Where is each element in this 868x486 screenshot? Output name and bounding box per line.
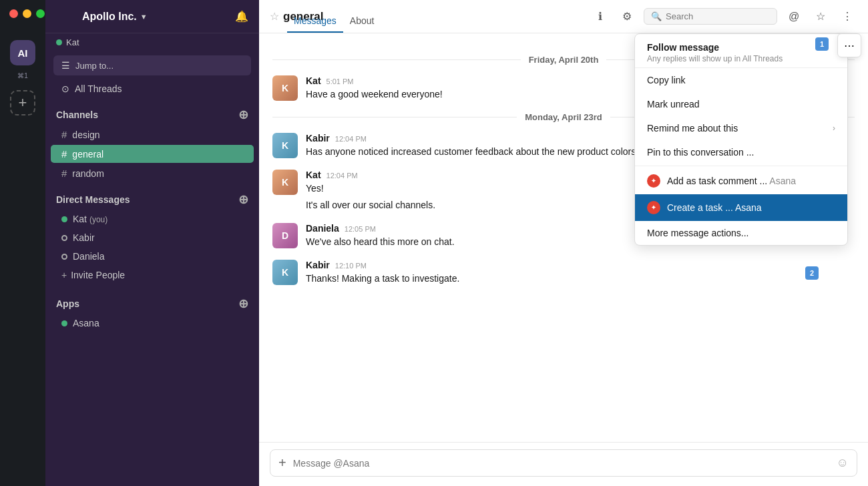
sidebar-item-random[interactable]: # random bbox=[51, 164, 254, 182]
channels-section-header: Channels ⊕ bbox=[45, 98, 259, 125]
add-app-icon[interactable]: ⊕ bbox=[238, 296, 248, 311]
message-row: K Kabir 12:10 PM Thanks! Making a task t… bbox=[272, 260, 855, 286]
search-icon: 🔍 bbox=[651, 11, 662, 21]
avatar-kat: K bbox=[272, 75, 298, 101]
info-button[interactable]: ℹ bbox=[590, 7, 610, 27]
sidebar-dm-kabir[interactable]: Kabir bbox=[51, 229, 254, 246]
tab-messages[interactable]: Messages bbox=[287, 15, 343, 33]
asana-icon: ✦ bbox=[647, 201, 660, 214]
avatar-inner: D bbox=[272, 223, 298, 248]
date-label-monday: Monday, April 23rd bbox=[525, 112, 602, 122]
header-tabs: Messages About bbox=[287, 15, 381, 33]
follow-message-title: Follow message bbox=[647, 42, 835, 53]
date-label-friday: Friday, April 20th bbox=[529, 55, 599, 65]
add-task-icon-group: ✦ Add as task comment ... Asana bbox=[647, 174, 796, 188]
message-time: 12:05 PM bbox=[345, 225, 376, 233]
search-box[interactable]: 🔍 bbox=[644, 8, 777, 25]
sidebar-dm-kat[interactable]: Kat (you) bbox=[51, 210, 254, 228]
plus-icon: + bbox=[61, 270, 67, 280]
message-input[interactable] bbox=[293, 458, 830, 469]
sidebar-item-all-threads[interactable]: ⊙ All Threads bbox=[51, 80, 254, 97]
add-dm-icon[interactable]: ⊕ bbox=[238, 192, 248, 207]
sidebar-item-general[interactable]: # general bbox=[51, 145, 254, 163]
context-divider bbox=[635, 166, 847, 166]
sidebar-dm-daniela[interactable]: Daniela bbox=[51, 248, 254, 265]
context-create-task[interactable]: ✦ Create a task ... Asana bbox=[635, 194, 847, 221]
add-workspace-button[interactable]: + bbox=[10, 90, 35, 115]
user-status-dot bbox=[56, 39, 62, 45]
message-author: Daniela bbox=[306, 223, 339, 234]
avatar-kabir: K bbox=[272, 133, 298, 158]
workspace-name[interactable]: Apollo Inc. ▼ bbox=[82, 11, 148, 23]
follow-message-subtitle: Any replies will show up in All Threads bbox=[647, 54, 835, 63]
message-time: 12:04 PM bbox=[327, 172, 358, 180]
workspace-avatar[interactable]: AI bbox=[10, 40, 35, 65]
tab-about[interactable]: About bbox=[343, 15, 381, 33]
divider-line bbox=[272, 117, 517, 117]
star-button[interactable]: ☆ bbox=[811, 7, 831, 27]
message-author: Kat bbox=[306, 75, 321, 86]
more-options-floating-button[interactable]: ⋯ bbox=[837, 33, 861, 57]
emoji-button[interactable]: ☺ bbox=[837, 456, 849, 470]
message-author: Kabir bbox=[306, 260, 330, 270]
context-menu: Follow message Any replies will show up … bbox=[634, 33, 848, 246]
sidebar-header: Apollo Inc. ▼ 🔔 bbox=[45, 0, 259, 33]
message-attach-button[interactable]: + bbox=[278, 455, 286, 471]
settings-button[interactable]: ⚙ bbox=[617, 7, 637, 27]
more-options-button[interactable]: ⋮ bbox=[837, 7, 857, 27]
header-actions: ℹ ⚙ 🔍 @ ☆ ⋮ bbox=[590, 7, 857, 27]
hash-icon: # bbox=[61, 168, 67, 179]
asana-icon: ✦ bbox=[647, 174, 660, 188]
message-header: Kabir 12:10 PM bbox=[306, 260, 855, 270]
sidebar-app-asana[interactable]: Asana bbox=[51, 314, 254, 332]
dm-section-header: Direct Messages ⊕ bbox=[45, 183, 259, 210]
cmd-label: ⌘1 bbox=[17, 72, 28, 79]
icon-rail: AI ⌘1 + bbox=[0, 0, 45, 486]
message-time: 5:01 PM bbox=[327, 77, 354, 85]
message-author: Kat bbox=[306, 170, 321, 180]
avatar-daniela: D bbox=[272, 223, 298, 248]
workspace-chevron-icon: ▼ bbox=[140, 13, 148, 21]
context-remind-me[interactable]: Remind me about this › bbox=[635, 116, 847, 140]
notification-bell-icon[interactable]: 🔔 bbox=[235, 10, 248, 23]
channel-header: ☆ general Messages About ℹ ⚙ 🔍 @ ☆ ⋮ bbox=[259, 0, 868, 33]
main-content: ☆ general Messages About ℹ ⚙ 🔍 @ ☆ ⋮ Fri… bbox=[259, 0, 868, 486]
avatar-kat: K bbox=[272, 170, 298, 195]
badge-2: 2 bbox=[805, 266, 819, 280]
maximize-button[interactable] bbox=[36, 9, 45, 18]
badge-1: 1 bbox=[815, 37, 829, 51]
sidebar-invite-people[interactable]: + Invite People bbox=[51, 266, 254, 284]
sidebar-item-design[interactable]: # design bbox=[51, 126, 254, 144]
add-channel-icon[interactable]: ⊕ bbox=[238, 107, 248, 122]
context-mark-unread[interactable]: Mark unread bbox=[635, 92, 847, 116]
message-time: 12:04 PM bbox=[335, 135, 367, 143]
user-name-label: Kat bbox=[66, 37, 79, 47]
close-button[interactable] bbox=[9, 9, 18, 18]
search-input[interactable] bbox=[666, 11, 770, 21]
dm-offline-dot bbox=[61, 254, 67, 260]
star-icon[interactable]: ☆ bbox=[270, 10, 279, 23]
create-task-icon-group: ✦ Create a task ... Asana bbox=[647, 201, 762, 214]
divider-line bbox=[272, 59, 521, 60]
context-pin[interactable]: Pin to this conversation ... bbox=[635, 140, 847, 164]
more-dots-icon: ⋯ bbox=[844, 39, 855, 52]
context-copy-link[interactable]: Copy link bbox=[635, 68, 847, 92]
sidebar: Apollo Inc. ▼ 🔔 Kat ☰ Jump to... ⊙ All T… bbox=[45, 0, 259, 486]
avatar-inner: K bbox=[272, 170, 298, 195]
avatar-inner: K bbox=[272, 75, 298, 101]
context-add-task-comment[interactable]: ✦ Add as task comment ... Asana bbox=[635, 168, 847, 194]
at-button[interactable]: @ bbox=[784, 7, 804, 27]
app-online-dot bbox=[61, 320, 67, 326]
message-input-area: + ☺ bbox=[259, 442, 868, 486]
minimize-button[interactable] bbox=[23, 9, 31, 18]
avatar-kabir: K bbox=[272, 260, 298, 285]
context-more-actions[interactable]: More message actions... bbox=[635, 221, 847, 245]
avatar-inner: K bbox=[272, 133, 298, 158]
apps-section-header: Apps ⊕ bbox=[45, 287, 259, 314]
dm-online-dot bbox=[61, 216, 67, 222]
jump-to-button[interactable]: ☰ Jump to... bbox=[53, 55, 251, 75]
jump-to-icon: ☰ bbox=[61, 60, 70, 71]
dm-offline-dot bbox=[61, 235, 67, 241]
chevron-right-icon: › bbox=[833, 124, 835, 133]
message-time: 12:10 PM bbox=[335, 262, 367, 270]
